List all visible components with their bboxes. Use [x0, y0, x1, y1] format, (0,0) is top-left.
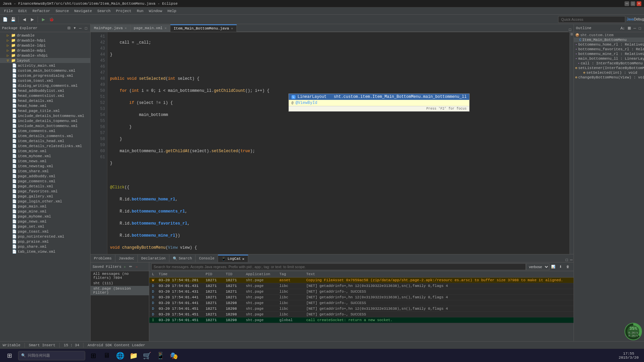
close-tab-page-main[interactable]: ✕: [165, 26, 167, 30]
tree-item-page-myhome[interactable]: 📄 page_myhome.xml: [0, 214, 90, 219]
maximize-panel-button[interactable]: □: [84, 26, 88, 31]
taskbar-phone-button[interactable]: 📱: [154, 350, 166, 362]
autocomplete-popup[interactable]: L LinearLayout sht.custom.item.Item_Main…: [288, 94, 470, 112]
outline-item-method-setselected[interactable]: ⊕ setSelected(int) : void: [574, 70, 644, 75]
close-tab-mainpage[interactable]: ✕: [125, 26, 127, 30]
tree-item-activity-main[interactable]: 📄 activity_main.xml: [0, 63, 90, 68]
bottom-panel-maximize[interactable]: □: [565, 257, 569, 262]
tree-item-item-newstag[interactable]: 📄 item_newstag.xml: [0, 164, 90, 169]
tree-item-pop-share[interactable]: 📄 pop_share.xml: [0, 244, 90, 249]
delete-filter-button[interactable]: −: [135, 264, 139, 269]
tree-item-pop-praise[interactable]: 📄 pop_praise.xml: [0, 239, 90, 244]
run-button[interactable]: ▶: [40, 16, 47, 23]
tab-declaration[interactable]: Declaration: [138, 255, 169, 262]
menu-item-window[interactable]: Window: [146, 8, 165, 14]
menu-item-navigate[interactable]: Navigate: [71, 8, 95, 14]
tree-item-head-details[interactable]: 📄 head_details.xml: [0, 98, 90, 103]
tree-item-page-news[interactable]: 📄 page_news.xml: [0, 219, 90, 224]
editor-maximize-button[interactable]: □: [568, 27, 572, 32]
outline-item-class[interactable]: C Item_Main_BottomMenu: [574, 38, 644, 42]
taskbar-store-button[interactable]: 🛒: [141, 350, 153, 362]
tree-item-pop-notinterested[interactable]: 📄 pop_notinterested.xml: [0, 234, 90, 239]
java-perspective-button[interactable]: Java: [627, 16, 634, 23]
collapse-button[interactable]: ⊟: [66, 25, 71, 31]
close-tab-logcat[interactable]: ✕: [242, 257, 245, 261]
logcat-search-input[interactable]: [151, 263, 526, 270]
logcat-btn-3[interactable]: 🗑: [564, 263, 572, 270]
tab-console[interactable]: Console: [196, 255, 218, 262]
tree-item-page-set[interactable]: 📄 page_set.xml: [0, 224, 90, 229]
outline-max-button[interactable]: □: [638, 25, 642, 31]
tree-item-item-myhome[interactable]: 📄 item_myhome.xml: [0, 154, 90, 159]
outline-item-field-ll[interactable]: ▪ main_bottommenu_ll : LinearLayout: [574, 56, 644, 61]
taskbar-ie-button[interactable]: 🌐: [114, 350, 126, 362]
tree-item-head-addbuddy[interactable]: 📄 head_addbuddylist.xml: [0, 88, 90, 93]
tree-item-item-share[interactable]: 📄 item_share.xml: [0, 169, 90, 174]
tree-item-include-details-bottom[interactable]: 📄 include_details_bottommenu.xml: [0, 113, 90, 118]
tab-mainpage-java[interactable]: MainPage.java ✕: [91, 24, 130, 32]
tab-logcat[interactable]: 📱 LogCat ✕: [218, 255, 248, 262]
outline-item-field-favorites[interactable]: ▪ bottommenu_favorites_rl : RelativeLayo…: [574, 47, 644, 52]
start-button[interactable]: ⊞: [1, 350, 17, 362]
tree-item-page-gallery[interactable]: 📄 page_gallery.xml: [0, 194, 90, 199]
tree-item-item-mine[interactable]: 📄 item_mine.xml: [0, 148, 90, 154]
tree-item-page-main[interactable]: 📄 page_main.xml: [0, 204, 90, 209]
close-button[interactable]: ✕: [637, 1, 641, 6]
outline-item-method-setlistener[interactable]: ⊕ setListener(InterfaceByBottomMenu) : v…: [574, 66, 644, 70]
menu-button[interactable]: ▾: [73, 25, 77, 31]
tab-item-main-bottom[interactable]: Item_Main_BottomMenu.java ✕: [170, 24, 237, 32]
menu-item-help[interactable]: Help: [165, 8, 179, 14]
tree-item-drawable-mdpi[interactable]: ▷ 📁 drawable-mdpi: [0, 48, 90, 53]
tree-item-drawable-ldpi[interactable]: ▷ 📁 drawable-ldpi: [0, 43, 90, 48]
ac-item-linearlayout[interactable]: L LinearLayout sht.custom.item.Item_Main…: [289, 94, 469, 100]
menu-item-edit[interactable]: Edit: [15, 8, 30, 14]
save-button[interactable]: 💾: [9, 16, 17, 23]
new-button[interactable]: 📄: [1, 16, 9, 23]
tree-item-page-favorites[interactable]: 📄 page_favorites.xml: [0, 189, 90, 194]
tree-item-include-details-top[interactable]: 📄 include_details_topmenu.xml: [0, 118, 90, 123]
menu-item-project[interactable]: Project: [113, 8, 134, 14]
close-tab-item-main[interactable]: ✕: [231, 26, 233, 31]
menu-item-run[interactable]: Run: [134, 8, 146, 14]
outline-hide-button[interactable]: ─: [633, 25, 637, 31]
minimize-panel-button[interactable]: ─: [78, 26, 83, 31]
outline-item-method-changebybottom[interactable]: ⊕ changeByBottomMenu(View) : void: [574, 75, 644, 80]
tree-item-item-details-head[interactable]: 📄 item_details_head.xml: [0, 138, 90, 143]
filter-sht-page[interactable]: sht.page (Session Filter): [91, 286, 149, 295]
add-filter-button[interactable]: +: [123, 264, 127, 269]
verbose-select[interactable]: verbose: [526, 263, 549, 270]
edit-filter-button[interactable]: ✏: [128, 264, 133, 269]
tree-item-item-details-related[interactable]: 📄 item_details_relatedlinks.xml: [0, 143, 90, 148]
scrollbar-thumb[interactable]: [571, 33, 573, 36]
code-content[interactable]: call = _call; } public void setSelected(…: [107, 32, 570, 254]
outline-item-field-call[interactable]: ▪ call : InterfaceByBottomMenu: [574, 61, 644, 66]
menu-item-search[interactable]: Search: [95, 8, 113, 14]
tab-search[interactable]: 🔍 Search: [169, 255, 196, 262]
ac-item-viewbyid[interactable]: @ @ViewById: [289, 100, 469, 106]
outline-item-package[interactable]: 📦 sht.custom.item: [574, 33, 644, 38]
logcat-btn-2[interactable]: ⬇: [557, 263, 564, 270]
tree-item-item-news[interactable]: 📄 item_news.xml: [0, 159, 90, 164]
tree-item-item-comments[interactable]: 📄 item_comments.xml: [0, 128, 90, 133]
tab-problems[interactable]: Problems: [91, 255, 115, 262]
tree-item-page-toast[interactable]: 📄 page_toast.xml: [0, 229, 90, 234]
taskbar-folder-button[interactable]: 📁: [127, 350, 140, 362]
tree-item-custom-progress[interactable]: 📄 custom_progressdialog.xml: [0, 73, 90, 78]
tree-item-page-comments[interactable]: 📄 page_comments.xml: [0, 179, 90, 184]
menu-item-source[interactable]: Source: [53, 8, 72, 14]
back-button[interactable]: ◀: [20, 16, 28, 23]
tab-javadoc[interactable]: Javadoc: [115, 255, 138, 262]
forward-button[interactable]: ▶: [29, 16, 36, 23]
tree-item-head-home[interactable]: 📄 head_home.xml: [0, 103, 90, 108]
tree-item-include-main[interactable]: 📄 include_main_bottommenu.xml: [0, 123, 90, 128]
tree-item-layout[interactable]: ▽ 📁 layout: [0, 58, 90, 63]
menu-item-refactor[interactable]: Refactor: [30, 8, 53, 14]
minimize-button[interactable]: ─: [625, 1, 629, 6]
tree-item-drawable-hdpi[interactable]: ▷ 📁 drawable-hdpi: [0, 38, 90, 43]
bottom-panel-minimize[interactable]: ─: [569, 257, 574, 262]
outline-item-field-mine[interactable]: ▪ bottommenu_mine_rl : RelativeLayout: [574, 52, 644, 56]
taskbar-explorer-button[interactable]: 🖥: [101, 350, 113, 362]
filter-all-messages[interactable]: All messages (no filters) 7894: [91, 271, 149, 281]
maximize-button[interactable]: □: [631, 1, 635, 6]
tree-item-page-addbuddy[interactable]: 📄 page_addbuddy.xml: [0, 174, 90, 179]
